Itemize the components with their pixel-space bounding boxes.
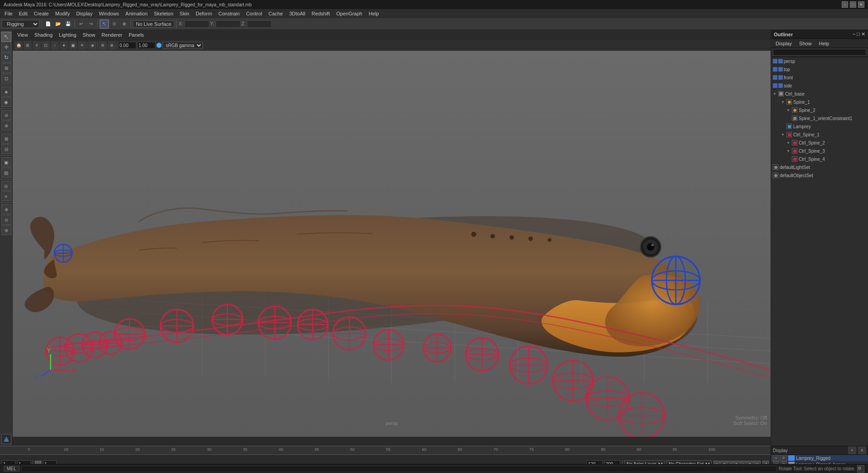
save-scene-button[interactable]: 💾	[63, 19, 72, 29]
outliner-item-spine2[interactable]: ▼ Spine_2	[771, 106, 868, 114]
close-button[interactable]: ✕	[858, 1, 864, 8]
quick-layout[interactable]: ⊟	[1, 144, 11, 154]
outliner-item-ctrl-spine3[interactable]: ▼ Ctrl_Spine_3	[771, 147, 868, 155]
menu-control[interactable]: Control	[243, 10, 265, 17]
menu-windows[interactable]: Windows	[96, 10, 122, 17]
vp-fit-btn[interactable]: ⊞	[24, 41, 32, 49]
lasso-tool-button[interactable]: ⊙	[110, 19, 119, 29]
move-tool[interactable]: ✛	[1, 42, 11, 52]
viewport[interactable]: View Shading Lighting Show Renderer Pane…	[13, 30, 771, 446]
tool-a[interactable]: ⊕	[1, 204, 11, 214]
universal-manip[interactable]: ⊡	[1, 73, 11, 83]
menu-redshift[interactable]: Redshift	[309, 10, 333, 17]
outliner-item-front[interactable]: front	[771, 73, 868, 82]
outliner-item-ctrl-spine2[interactable]: ▼ Ctrl_Spine_2	[771, 139, 868, 147]
viewport-menu-renderer[interactable]: Renderer	[99, 32, 125, 38]
menu-skeleton[interactable]: Skeleton	[151, 10, 176, 17]
status-settings-btn[interactable]: ⚙	[857, 465, 864, 473]
outliner-item-ctrl-spine4[interactable]: Ctrl_Spine_4	[771, 155, 868, 163]
vp-value1-input[interactable]	[118, 42, 136, 49]
vp-isolate-btn[interactable]: ◈	[88, 41, 96, 49]
snap-tool[interactable]: ◉	[1, 97, 11, 107]
vp-grid-btn[interactable]: #	[33, 41, 41, 49]
layer-options-btn[interactable]: ≡	[858, 446, 866, 454]
viewport-menu-view[interactable]: View	[14, 32, 31, 38]
gamma-select[interactable]: sRGB gamma	[163, 42, 203, 49]
rotate-tool[interactable]: ↻	[1, 53, 11, 63]
render-region[interactable]: ▣	[1, 157, 11, 167]
vp-wire-btn[interactable]: ⊡	[42, 41, 50, 49]
layer-p-btn[interactable]: P	[781, 455, 787, 461]
menu-deform[interactable]: Deform	[193, 10, 215, 17]
outliner-menu-display[interactable]: Display	[773, 40, 795, 47]
outliner-item-side[interactable]: side	[771, 82, 868, 90]
vp-shaded-btn[interactable]: ●	[60, 41, 68, 49]
menu-display[interactable]: Display	[73, 10, 95, 17]
menu-animation[interactable]: Animation	[123, 10, 150, 17]
mode-selector[interactable]: Rigging Animation Modeling	[2, 20, 39, 28]
open-scene-button[interactable]: 📂	[53, 19, 63, 29]
maximize-button[interactable]: □	[850, 1, 856, 8]
outliner-item-default-objectset[interactable]: defaultObjectSet	[771, 171, 868, 179]
y-coord-field[interactable]	[216, 20, 241, 28]
scale-tool[interactable]: ⊞	[1, 63, 11, 73]
outliner-minimize[interactable]: −	[853, 31, 855, 37]
redo-button[interactable]: ↪	[87, 19, 96, 29]
vp-xray-btn[interactable]: ⊗	[99, 41, 107, 49]
timeline-ruler[interactable]: 5 10 15 20 25 30 35 40 45 50 55 60 65 70…	[0, 446, 771, 455]
menu-opengraph[interactable]: OpenGraph	[333, 10, 365, 17]
renderview[interactable]: ▤	[1, 168, 11, 178]
menu-edit[interactable]: Edit	[16, 10, 30, 17]
no-live-surface-button[interactable]: No Live Surface	[133, 20, 174, 28]
menu-modify[interactable]: Modify	[53, 10, 72, 17]
object-props[interactable]: ≡	[1, 191, 11, 201]
outliner-item-lamprey[interactable]: Lamprey	[771, 122, 868, 130]
outliner-menu-show[interactable]: Show	[796, 40, 815, 47]
paint-tool-button[interactable]: ⊕	[120, 19, 129, 29]
vp-value2-input[interactable]	[137, 42, 155, 49]
paint-blend[interactable]: ⊛	[1, 121, 11, 130]
tool-b[interactable]: ⊙	[1, 215, 11, 225]
new-scene-button[interactable]: 📄	[43, 19, 53, 29]
viewport-menu-shading[interactable]: Shading	[32, 32, 55, 38]
vp-joint-btn[interactable]: ⊕	[108, 41, 116, 49]
paint-weights[interactable]: ⊘	[1, 110, 11, 120]
outliner-item-ctrl-spine1[interactable]: ▼ Ctrl_Spine_1	[771, 130, 868, 139]
outliner-item-persp[interactable]: persp	[771, 57, 868, 65]
menu-file[interactable]: File	[2, 10, 15, 17]
layer-v-btn[interactable]: V	[773, 455, 779, 461]
vp-light-btn[interactable]: ☀	[78, 41, 86, 49]
viewport-menu-panels[interactable]: Panels	[126, 32, 147, 38]
outliner-menu-help[interactable]: Help	[816, 40, 832, 47]
vp-home-btn[interactable]: 🏠	[14, 41, 23, 49]
undo-button[interactable]: ↩	[77, 19, 86, 29]
vp-texture-btn[interactable]: ▣	[69, 41, 77, 49]
outliner-item-ctrl-base[interactable]: ▼ Ctrl_base	[771, 90, 868, 98]
select-tool-button[interactable]: ↖	[100, 19, 109, 29]
outliner-item-spine1-constraint[interactable]: Spine_1_orientConstraint1	[771, 114, 868, 122]
select-tool[interactable]: ↖	[1, 32, 11, 42]
script-input[interactable]	[21, 466, 777, 472]
layout-tool[interactable]: ⊠	[1, 134, 11, 144]
menu-help[interactable]: Help	[366, 10, 382, 17]
outliner-close[interactable]: ✕	[861, 31, 865, 37]
outliner-item-spine1[interactable]: ▼ Spine_1	[771, 98, 868, 106]
vp-smooth-btn[interactable]: ○	[51, 41, 59, 49]
script-type-btn[interactable]: MEL	[4, 466, 19, 472]
x-coord-field[interactable]	[184, 20, 209, 28]
show-hide[interactable]: ◎	[1, 181, 11, 191]
tool-c[interactable]: ⊛	[1, 225, 11, 235]
outliner-search-input[interactable]	[773, 49, 866, 56]
menu-create[interactable]: Create	[31, 10, 52, 17]
viewport-menu-lighting[interactable]: Lighting	[56, 32, 79, 38]
outliner-item-top[interactable]: top	[771, 65, 868, 73]
menu-3dtall[interactable]: 3DtoAll	[286, 10, 308, 17]
menu-constrain[interactable]: Constrain	[216, 10, 242, 17]
layer-add-btn[interactable]: +	[848, 446, 856, 454]
outliner-item-default-lightset[interactable]: defaultLightSet	[771, 163, 868, 171]
viewport-canvas[interactable]: X Y Z persp Symmetry: Off Soft Select: O…	[13, 51, 771, 437]
minimize-button[interactable]: −	[842, 1, 848, 8]
outliner-maximize[interactable]: □	[857, 31, 860, 37]
viewport-menu-show[interactable]: Show	[80, 32, 98, 38]
vp-color-btn[interactable]	[156, 43, 162, 48]
